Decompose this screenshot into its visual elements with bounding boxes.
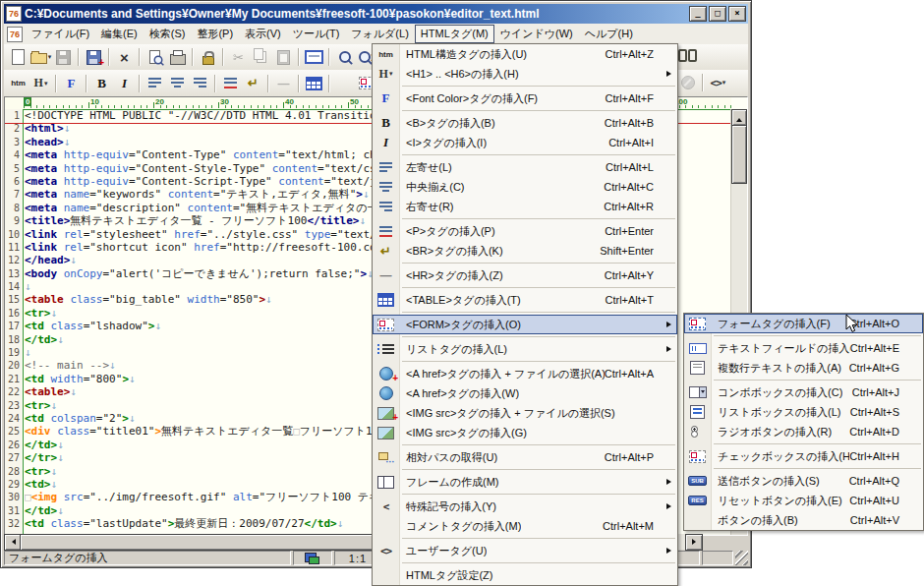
resize-grip[interactable] (735, 551, 748, 565)
menu-item-align-center[interactable]: 中央揃え(C)Ctrl+Alt+C (373, 177, 677, 197)
title-bar[interactable]: 76 C:¥Documents and Settings¥Owner¥My Do… (4, 4, 748, 24)
submenu-item-textarea-insert[interactable]: 複数行テキストの挿入(A)Ctrl+Alt+G (684, 358, 923, 378)
comment-tag-button[interactable] (333, 73, 356, 94)
menubar-item-file[interactable]: ファイル(F) (26, 25, 95, 43)
menu-item-a-href-file[interactable]: +<A href>タグの挿入 + ファイルの選択(A)Ctrl+Alt+A (373, 364, 677, 383)
menu-item-hr-tag[interactable]: —<HR>タグの挿入(Z)Ctrl+Alt+Y (373, 265, 677, 285)
window-controls: _□× (689, 6, 746, 22)
submenu-item-reset-insert[interactable]: RESリセットボタンの挿入(E)Ctrl+Alt+U (684, 491, 923, 510)
menu-item-special-char[interactable]: <特殊記号の挿入(Y) (373, 497, 677, 516)
menu-item-align-left[interactable]: 左寄せ(L)Ctrl+Alt+L (373, 157, 677, 177)
line-number: 10 (5, 228, 23, 241)
align-center-icon (373, 177, 399, 197)
minimize-button[interactable]: _ (689, 6, 707, 22)
menu-item-list-tag[interactable]: リストタグの挿入(L) (373, 339, 677, 359)
menu-item-shortcut: Ctrl+Alt+J (852, 386, 911, 398)
search-button[interactable] (333, 46, 356, 68)
menu-item-relative-path[interactable]: 相対パスの取得(U)Ctrl+Alt+P (373, 447, 677, 467)
submenu-item-form-tag-insert[interactable]: フォームタグの挿入(F)Ctrl+Alt+O (684, 314, 923, 333)
option-dialog-button[interactable] (303, 46, 325, 68)
scroll-right-button[interactable] (685, 534, 703, 551)
menu-item-label: リセットボタンの挿入(E) (711, 494, 842, 508)
br-tag-button[interactable]: ↵ (242, 73, 264, 94)
menubar-item-help[interactable]: ヘルプ(H) (579, 25, 639, 43)
new-file-button[interactable] (7, 46, 29, 68)
maximize-button[interactable]: □ (709, 6, 726, 22)
form-tag-submenu: フォームタグの挿入(F)Ctrl+Alt+Oテキストフィールドの挿入(T)Ctr… (683, 313, 924, 531)
menu-item-img-src[interactable]: <IMG src>タグの挿入(G) (373, 423, 677, 442)
submenu-item-checkbox-insert[interactable]: チェックボックスの挿入(H)Ctrl+Alt+H (684, 446, 923, 466)
delete-button[interactable]: × (113, 46, 136, 68)
menu-item-img-src-file[interactable]: +<IMG src>タグの挿入 + ファイルの選択(S) (373, 403, 677, 423)
menu-item-label: ラジオボタンの挿入(R) (711, 425, 832, 440)
menubar-item-window[interactable]: ウインドウ(W) (494, 25, 579, 43)
bold-button[interactable]: B (90, 73, 113, 94)
user-tag-button[interactable]: <>▾ (707, 72, 729, 93)
scroll-up-button[interactable] (731, 109, 747, 126)
submenu-item-textfield-insert[interactable]: テキストフィールドの挿入(T)Ctrl+Alt+E (684, 338, 923, 358)
close-button[interactable]: × (728, 6, 746, 22)
menu-item-shortcut: Ctrl+Alt+U (849, 495, 911, 506)
menu-item-font-color[interactable]: F<Font Color>タグの挿入(F)Ctrl+Alt+F (373, 88, 677, 108)
menu-item-user-tag[interactable]: <>ユーザータグ(U) (373, 541, 677, 560)
align-left-button[interactable] (144, 73, 166, 94)
menu-item-html-tag-settings[interactable]: HTMLタグ設定(Z) (373, 565, 677, 585)
menubar-item-view[interactable]: 表示(V) (239, 25, 287, 43)
align-center-button[interactable] (166, 73, 189, 94)
find-in-files-button[interactable] (676, 46, 699, 68)
submenu-item-combobox-insert[interactable]: コンボボックスの挿入(C)Ctrl+Alt+J (684, 382, 923, 402)
globe-dis-icon (681, 76, 695, 89)
edit-mode-icon[interactable] (305, 553, 320, 563)
line-number: 4 (5, 148, 23, 161)
align-right-button[interactable] (189, 73, 211, 94)
submenu-item-submit-insert[interactable]: SUB送信ボタンの挿入(S)Ctrl+Alt+Q (684, 471, 923, 491)
menu-item-align-right[interactable]: 右寄せ(R)Ctrl+Alt+R (373, 197, 677, 216)
document-icon[interactable]: 76 (7, 27, 23, 42)
menu-item-html-structure[interactable]: htmHTML構造タグの挿入(U)Ctrl+Alt+Z (373, 44, 677, 64)
open-file-button[interactable]: ▾ (29, 46, 52, 68)
menu-item-label: 相対パスの取得(U) (399, 450, 497, 465)
list-tag-icon (373, 339, 399, 359)
table-tag-button[interactable] (303, 73, 325, 94)
print-preview-button[interactable] (144, 46, 166, 68)
menu-item-br-tag[interactable]: ↵<BR>タグの挿入(K)Shift+Enter (373, 241, 677, 261)
menu-item-h1-h6[interactable]: H▾<H1> .. <H6>の挿入(H) (373, 64, 677, 84)
save-update-button[interactable]: + (83, 46, 105, 68)
print-button[interactable] (166, 46, 189, 68)
menu-item-b-tag[interactable]: B<B>タグの挿入(B)Ctrl+Alt+B (373, 113, 677, 133)
menubar-item-search[interactable]: 検索(S) (144, 25, 192, 43)
cut-button: ✂ (227, 46, 250, 68)
p-tag-button[interactable] (219, 73, 242, 94)
menubar-item-format[interactable]: 整形(P) (191, 25, 239, 43)
menu-item-shortcut: Ctrl+Alt+S (850, 406, 911, 418)
menu-item-i-tag[interactable]: I<I>タグの挿入(I)Ctrl+Alt+I (373, 133, 677, 152)
menu-item-p-tag[interactable]: <P>タグの挿入(P)Ctrl+Enter (373, 221, 677, 241)
menu-item-form-tag[interactable]: <FORM>タグの挿入(O) (373, 315, 677, 334)
combobox-icon (684, 382, 711, 402)
menu-item-comment-tag[interactable]: コメントタグの挿入(M)Ctrl+Alt+M (373, 516, 677, 536)
submenu-item-listbox-insert[interactable]: リストボックスの挿入(L)Ctrl+Alt+S (684, 402, 923, 422)
menubar-item-tool[interactable]: ツール(T) (287, 25, 346, 43)
menu-item-table-tag[interactable]: <TABLE>タグの挿入(T)Ctrl+Alt+T (373, 290, 677, 310)
menu-item-frame-create[interactable]: フレームの作成(M) (373, 472, 677, 492)
app-icon: 76 (6, 6, 22, 22)
line-number: 6 (5, 175, 23, 188)
htm-mode-button[interactable]: htm (7, 73, 29, 94)
mouse-cursor (845, 314, 859, 334)
italic-button[interactable]: I (113, 73, 136, 94)
heading-button[interactable]: H▾ (29, 73, 52, 94)
lock-button[interactable] (197, 46, 219, 68)
menubar-item-html-tag[interactable]: HTMLタグ(M) (415, 25, 494, 43)
submenu-arrow-icon (666, 71, 674, 77)
line-number: 14 (5, 280, 23, 293)
vertical-scroll-thumb[interactable] (731, 125, 747, 184)
line-number: 30 (5, 491, 23, 503)
submenu-item-button-insert[interactable]: ボタンの挿入(B)Ctrl+Alt+V (684, 510, 923, 530)
font-color-button[interactable]: F (60, 73, 83, 94)
menu-item-a-href[interactable]: <A href>タグの挿入(W) (373, 383, 677, 403)
menu-item-label: コメントタグの挿入(M) (399, 519, 521, 534)
menubar-item-folder[interactable]: フォルダ(L) (345, 25, 414, 43)
submenu-item-radio-insert[interactable]: ラジオボタンの挿入(R)Ctrl+Alt+D (684, 422, 923, 441)
menu-item-label: 特殊記号の挿入(Y) (399, 499, 496, 514)
menubar-item-edit[interactable]: 編集(E) (95, 25, 144, 43)
